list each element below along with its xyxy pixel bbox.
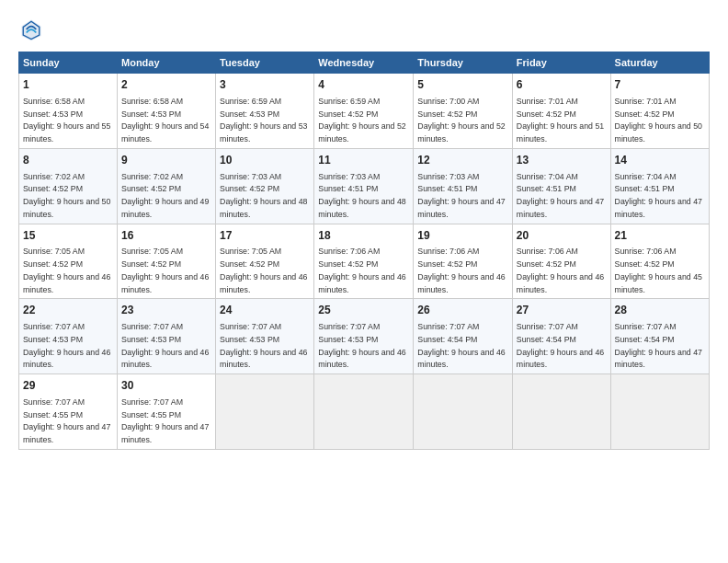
calendar-week-4: 22 Sunrise: 7:07 AMSunset: 4:53 PMDaylig… xyxy=(19,299,710,374)
calendar-cell: 1 Sunrise: 6:58 AMSunset: 4:53 PMDayligh… xyxy=(19,74,118,149)
day-number: 1 xyxy=(23,77,113,93)
calendar: SundayMondayTuesdayWednesdayThursdayFrid… xyxy=(18,52,710,450)
day-info: Sunrise: 7:04 AMSunset: 4:51 PMDaylight:… xyxy=(615,172,702,219)
calendar-cell xyxy=(314,374,414,450)
day-number: 18 xyxy=(318,228,409,244)
day-number: 16 xyxy=(121,228,211,244)
day-info: Sunrise: 7:07 AMSunset: 4:54 PMDaylight:… xyxy=(517,322,604,369)
calendar-cell: 3 Sunrise: 6:59 AMSunset: 4:53 PMDayligh… xyxy=(216,74,314,149)
day-info: Sunrise: 7:04 AMSunset: 4:51 PMDaylight:… xyxy=(517,172,604,219)
calendar-cell: 25 Sunrise: 7:07 AMSunset: 4:53 PMDaylig… xyxy=(314,299,414,374)
logo xyxy=(18,17,48,42)
day-info: Sunrise: 7:06 AMSunset: 4:52 PMDaylight:… xyxy=(318,247,405,293)
day-info: Sunrise: 7:07 AMSunset: 4:54 PMDaylight:… xyxy=(615,322,702,369)
day-number: 21 xyxy=(615,228,705,244)
calendar-cell: 24 Sunrise: 7:07 AMSunset: 4:53 PMDaylig… xyxy=(216,299,314,374)
day-info: Sunrise: 6:58 AMSunset: 4:53 PMDaylight:… xyxy=(23,97,110,144)
calendar-cell: 21 Sunrise: 7:06 AMSunset: 4:52 PMDaylig… xyxy=(610,224,709,299)
calendar-cell: 22 Sunrise: 7:07 AMSunset: 4:53 PMDaylig… xyxy=(19,299,118,374)
calendar-cell xyxy=(610,374,709,450)
day-number: 9 xyxy=(121,153,211,168)
calendar-week-2: 8 Sunrise: 7:02 AMSunset: 4:52 PMDayligh… xyxy=(19,148,710,224)
col-header-thursday: Thursday xyxy=(414,52,512,74)
day-info: Sunrise: 7:06 AMSunset: 4:52 PMDaylight:… xyxy=(517,247,604,293)
day-number: 28 xyxy=(615,303,705,318)
calendar-cell: 5 Sunrise: 7:00 AMSunset: 4:52 PMDayligh… xyxy=(414,74,512,149)
day-number: 5 xyxy=(417,77,507,93)
day-number: 12 xyxy=(417,153,507,168)
day-number: 4 xyxy=(318,77,409,93)
day-number: 20 xyxy=(517,228,607,244)
day-info: Sunrise: 7:03 AMSunset: 4:51 PMDaylight:… xyxy=(318,172,405,219)
day-number: 29 xyxy=(23,378,113,394)
calendar-cell: 29 Sunrise: 7:07 AMSunset: 4:55 PMDaylig… xyxy=(19,374,118,450)
day-number: 6 xyxy=(517,77,607,93)
day-info: Sunrise: 7:05 AMSunset: 4:52 PMDaylight:… xyxy=(23,247,110,293)
header xyxy=(18,17,710,42)
calendar-cell: 13 Sunrise: 7:04 AMSunset: 4:51 PMDaylig… xyxy=(512,148,610,224)
calendar-cell: 7 Sunrise: 7:01 AMSunset: 4:52 PMDayligh… xyxy=(610,74,709,149)
day-info: Sunrise: 7:05 AMSunset: 4:52 PMDaylight:… xyxy=(220,247,307,293)
calendar-cell: 11 Sunrise: 7:03 AMSunset: 4:51 PMDaylig… xyxy=(314,148,414,224)
day-number: 7 xyxy=(615,77,705,93)
day-number: 22 xyxy=(23,303,113,318)
calendar-cell: 6 Sunrise: 7:01 AMSunset: 4:52 PMDayligh… xyxy=(512,74,610,149)
day-info: Sunrise: 7:07 AMSunset: 4:55 PMDaylight:… xyxy=(23,397,110,444)
calendar-cell: 18 Sunrise: 7:06 AMSunset: 4:52 PMDaylig… xyxy=(314,224,414,299)
day-info: Sunrise: 7:03 AMSunset: 4:52 PMDaylight:… xyxy=(220,172,307,219)
calendar-cell: 8 Sunrise: 7:02 AMSunset: 4:52 PMDayligh… xyxy=(19,148,118,224)
calendar-week-1: 1 Sunrise: 6:58 AMSunset: 4:53 PMDayligh… xyxy=(19,74,710,149)
day-number: 3 xyxy=(220,77,310,93)
day-number: 13 xyxy=(517,153,607,168)
calendar-cell: 4 Sunrise: 6:59 AMSunset: 4:52 PMDayligh… xyxy=(314,74,414,149)
day-info: Sunrise: 7:02 AMSunset: 4:52 PMDaylight:… xyxy=(23,172,110,219)
day-number: 11 xyxy=(318,153,409,168)
day-info: Sunrise: 6:59 AMSunset: 4:53 PMDaylight:… xyxy=(220,97,307,144)
day-info: Sunrise: 7:05 AMSunset: 4:52 PMDaylight:… xyxy=(121,247,209,293)
calendar-cell xyxy=(414,374,512,450)
col-header-monday: Monday xyxy=(118,52,216,74)
day-info: Sunrise: 7:07 AMSunset: 4:53 PMDaylight:… xyxy=(220,322,307,369)
calendar-cell: 2 Sunrise: 6:58 AMSunset: 4:53 PMDayligh… xyxy=(118,74,216,149)
calendar-cell: 23 Sunrise: 7:07 AMSunset: 4:53 PMDaylig… xyxy=(118,299,216,374)
day-number: 24 xyxy=(220,303,310,318)
calendar-header-row: SundayMondayTuesdayWednesdayThursdayFrid… xyxy=(19,52,710,74)
day-number: 10 xyxy=(220,153,310,168)
day-info: Sunrise: 7:07 AMSunset: 4:53 PMDaylight:… xyxy=(318,322,405,369)
col-header-saturday: Saturday xyxy=(610,52,709,74)
day-info: Sunrise: 6:59 AMSunset: 4:52 PMDaylight:… xyxy=(318,97,405,144)
day-info: Sunrise: 6:58 AMSunset: 4:53 PMDaylight:… xyxy=(121,97,209,144)
col-header-wednesday: Wednesday xyxy=(314,52,414,74)
day-info: Sunrise: 7:01 AMSunset: 4:52 PMDaylight:… xyxy=(517,97,604,144)
calendar-week-5: 29 Sunrise: 7:07 AMSunset: 4:55 PMDaylig… xyxy=(19,374,710,450)
col-header-friday: Friday xyxy=(512,52,610,74)
calendar-cell: 17 Sunrise: 7:05 AMSunset: 4:52 PMDaylig… xyxy=(216,224,314,299)
day-info: Sunrise: 7:07 AMSunset: 4:55 PMDaylight:… xyxy=(121,397,209,444)
day-info: Sunrise: 7:00 AMSunset: 4:52 PMDaylight:… xyxy=(417,97,505,144)
day-number: 26 xyxy=(417,303,507,318)
day-number: 25 xyxy=(318,303,409,318)
day-number: 14 xyxy=(615,153,705,168)
calendar-cell xyxy=(216,374,314,450)
day-number: 17 xyxy=(220,228,310,244)
day-info: Sunrise: 7:01 AMSunset: 4:52 PMDaylight:… xyxy=(615,97,702,144)
day-number: 15 xyxy=(23,228,113,244)
day-number: 27 xyxy=(517,303,607,318)
calendar-cell xyxy=(512,374,610,450)
calendar-cell: 20 Sunrise: 7:06 AMSunset: 4:52 PMDaylig… xyxy=(512,224,610,299)
calendar-cell: 12 Sunrise: 7:03 AMSunset: 4:51 PMDaylig… xyxy=(414,148,512,224)
col-header-tuesday: Tuesday xyxy=(216,52,314,74)
day-number: 19 xyxy=(417,228,507,244)
calendar-cell: 14 Sunrise: 7:04 AMSunset: 4:51 PMDaylig… xyxy=(610,148,709,224)
logo-icon xyxy=(18,17,44,42)
day-number: 30 xyxy=(121,378,211,394)
calendar-cell: 19 Sunrise: 7:06 AMSunset: 4:52 PMDaylig… xyxy=(414,224,512,299)
day-info: Sunrise: 7:03 AMSunset: 4:51 PMDaylight:… xyxy=(417,172,505,219)
calendar-cell: 10 Sunrise: 7:03 AMSunset: 4:52 PMDaylig… xyxy=(216,148,314,224)
calendar-cell: 9 Sunrise: 7:02 AMSunset: 4:52 PMDayligh… xyxy=(118,148,216,224)
day-info: Sunrise: 7:07 AMSunset: 4:53 PMDaylight:… xyxy=(121,322,209,369)
day-info: Sunrise: 7:06 AMSunset: 4:52 PMDaylight:… xyxy=(417,247,505,293)
day-info: Sunrise: 7:06 AMSunset: 4:52 PMDaylight:… xyxy=(615,247,702,293)
day-info: Sunrise: 7:07 AMSunset: 4:54 PMDaylight:… xyxy=(417,322,505,369)
day-info: Sunrise: 7:02 AMSunset: 4:52 PMDaylight:… xyxy=(121,172,209,219)
